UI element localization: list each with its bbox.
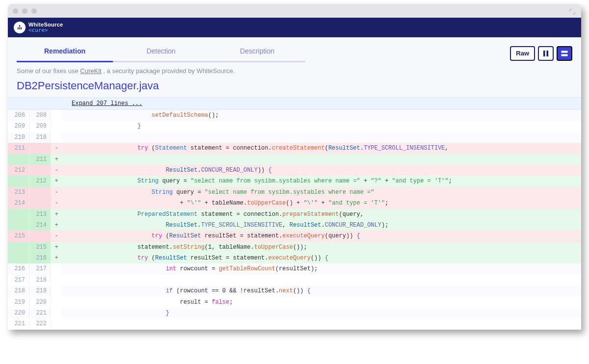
svg-rect-4 — [21, 27, 22, 29]
line-new: 210 — [29, 132, 51, 143]
line-old: 211 — [8, 143, 29, 154]
file-title: DB2PersistenceManager.java — [8, 77, 581, 97]
code-line: } — [62, 308, 581, 318]
diff-marker: - — [51, 165, 62, 176]
line-old: 208 — [8, 110, 29, 121]
line-old: 218 — [8, 286, 29, 296]
line-new: 208 — [29, 110, 51, 121]
diff-marker — [51, 121, 62, 131]
code-line: } — [62, 121, 581, 131]
close-icon[interactable] — [13, 8, 18, 14]
window-traffic-lights — [13, 8, 37, 14]
code-line — [62, 154, 581, 165]
line-new: 214 — [29, 220, 51, 231]
line-old: 219 — [8, 297, 29, 308]
line-old: 221 — [8, 318, 29, 329]
diff-row: 214+ ResultSet.TYPE_SCROLL_INSENSITIVE, … — [8, 220, 581, 231]
brand-logo: WhiteSource <cure> — [14, 22, 63, 33]
view-controls: Raw — [510, 46, 572, 61]
tab-description[interactable]: Description — [209, 44, 305, 62]
code-line: String query = "select name from sysibm.… — [62, 176, 581, 186]
tabs-row: Remediation Detection Description Raw — [8, 37, 581, 62]
diff-marker — [51, 275, 62, 286]
svg-rect-3 — [19, 27, 20, 29]
line-old — [8, 176, 29, 186]
code-line: PreparedStatement statement = connection… — [62, 209, 581, 220]
tab-detection[interactable]: Detection — [113, 44, 209, 62]
line-old — [8, 220, 29, 231]
diff-row: 219220 result = false; — [8, 297, 581, 308]
code-line: if (rowcount == 0 && !resultSet.next()) … — [62, 286, 581, 296]
curekit-link[interactable]: CureKit — [80, 67, 101, 75]
diff-marker: - — [51, 198, 62, 208]
line-new — [29, 231, 51, 241]
line-new: 220 — [29, 297, 51, 308]
line-old: 213 — [8, 187, 29, 198]
line-new: 217 — [29, 263, 51, 274]
split-view-button[interactable] — [538, 46, 554, 61]
diff-marker: + — [51, 220, 62, 231]
line-old: 209 — [8, 121, 29, 131]
diff-marker — [51, 318, 62, 329]
code-line: try (Statement statement = connection.cr… — [62, 143, 581, 154]
diff-row: 220221 } — [8, 308, 581, 318]
unified-view-button[interactable] — [557, 46, 572, 61]
code-line: try (ResultSet resultSet = statement.exe… — [62, 231, 581, 241]
note-prefix: Some of our fixes use — [17, 67, 80, 75]
diff-row: 221222 — [8, 318, 581, 329]
expand-row[interactable]: Expand 207 lines ... — [8, 97, 581, 110]
diff-row: 216217 int rowcount = getTableRowCount(r… — [8, 263, 581, 274]
diff-marker — [51, 297, 62, 308]
line-new: 218 — [29, 275, 51, 286]
diff-marker: - — [51, 231, 62, 241]
diff-marker: - — [51, 143, 62, 154]
diff-row: 208208 setDefaultSchema(); — [8, 110, 581, 121]
code-line: String query = "select name from sysibm.… — [62, 187, 581, 198]
svg-rect-2 — [18, 27, 19, 29]
window-titlebar — [8, 4, 581, 18]
line-new: 213 — [29, 209, 51, 220]
line-new: 216 — [29, 253, 51, 263]
raw-button[interactable]: Raw — [510, 46, 535, 61]
diff-marker: + — [51, 242, 62, 253]
line-old — [8, 253, 29, 263]
line-new: 221 — [29, 308, 51, 318]
line-old: 220 — [8, 308, 29, 318]
tab-remediation[interactable]: Remediation — [17, 44, 113, 62]
fullscreen-icon[interactable] — [569, 8, 575, 14]
code-line: setDefaultSchema(); — [62, 110, 581, 121]
code-line — [62, 318, 581, 329]
line-new: 222 — [29, 318, 51, 329]
line-new: 219 — [29, 286, 51, 296]
note-suffix: , a security package provided by WhiteSo… — [102, 67, 235, 75]
line-new: 209 — [29, 121, 51, 131]
line-old: 214 — [8, 198, 29, 208]
line-old — [8, 154, 29, 165]
app-header: WhiteSource <cure> — [8, 18, 581, 37]
diff-row: 214- + "\'" + tableName.toUpperCase() + … — [8, 198, 581, 208]
diff-row: 213- String query = "select name from sy… — [8, 187, 581, 198]
minimize-icon[interactable] — [22, 8, 27, 14]
code-line: + "\'" + tableName.toUpperCase() + "\'" … — [62, 198, 581, 208]
maximize-icon[interactable] — [31, 8, 37, 14]
svg-rect-5 — [543, 51, 545, 56]
diff-marker — [51, 110, 62, 121]
diff-marker: + — [51, 176, 62, 186]
tab-label: Detection — [146, 47, 175, 55]
line-old: 212 — [8, 165, 29, 176]
brand-logo-icon — [14, 22, 26, 33]
line-new — [29, 143, 51, 154]
diff-marker — [51, 263, 62, 274]
diff-row: 212+ String query = "select name from sy… — [8, 176, 581, 186]
line-old: 215 — [8, 231, 29, 241]
brand-line2: <cure> — [28, 27, 63, 33]
line-new: 211 — [29, 154, 51, 165]
svg-rect-6 — [547, 51, 549, 56]
diff-body: 208208 setDefaultSchema();209209 }210210… — [8, 110, 581, 330]
line-old: 217 — [8, 275, 29, 286]
tabs: Remediation Detection Description — [17, 44, 305, 62]
diff-row: 215- try (ResultSet resultSet = statemen… — [8, 231, 581, 241]
line-new — [29, 198, 51, 208]
diff-marker: + — [51, 209, 62, 220]
diff-row: 217218 — [8, 275, 581, 286]
